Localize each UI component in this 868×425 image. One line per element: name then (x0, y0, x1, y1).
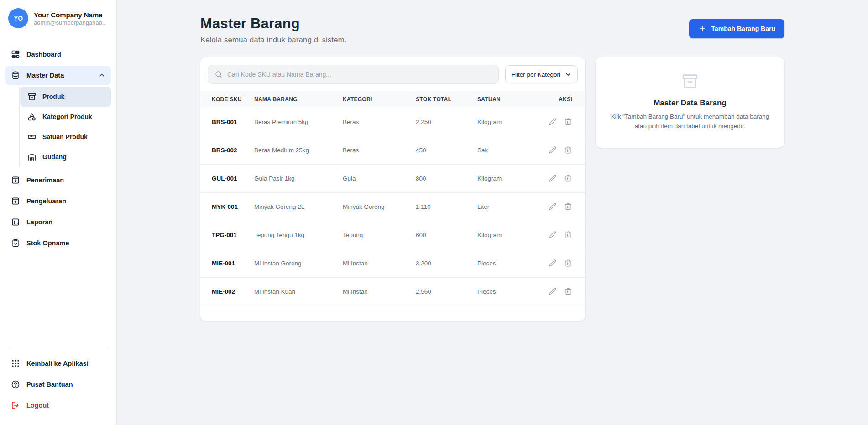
table-toolbar: Filter per Kategori (200, 57, 585, 91)
delete-button[interactable] (564, 118, 572, 126)
avatar: YO (8, 8, 28, 28)
cell-kategori: Beras (343, 108, 416, 136)
sidebar: YO Your Company Name admin@sumberpangana… (0, 0, 117, 425)
sidebar-item-gudang[interactable]: Gudang (20, 147, 111, 167)
column-header-stok-total: STOK TOTAL (416, 91, 477, 108)
table-row[interactable]: BRS-001Beras Premium 5kgBeras2,250Kilogr… (200, 108, 585, 136)
edit-button[interactable] (549, 202, 557, 211)
column-header-aksi: AKSI (531, 91, 585, 108)
sidebar-item-kategori-produk[interactable]: Kategori Produk (20, 107, 111, 127)
sidebar-item-pusat-bantuan[interactable]: Pusat Bantuan (5, 375, 111, 394)
sidebar-item-stok-opname[interactable]: Stok Opname (5, 233, 111, 253)
sidebar-nav: Dashboard Master Data Produk Ka (5, 45, 111, 254)
company-name: Your Company Name (34, 10, 106, 20)
table-footer (200, 306, 585, 321)
clipboard-check-icon (11, 238, 20, 248)
cell-kategori: Mi Instan (343, 277, 416, 306)
plus-icon (698, 25, 706, 33)
sidebar-item-penerimaan[interactable]: Penerimaan (5, 171, 111, 190)
cell-stok-total: 600 (416, 221, 477, 249)
cell-aksi (531, 192, 585, 221)
chevron-down-icon (565, 71, 571, 78)
products-table: KODE SKU NAMA BARANG KATEGORI STOK TOTAL… (200, 91, 585, 306)
edit-button[interactable] (549, 174, 557, 182)
sidebar-item-produk[interactable]: Produk (20, 87, 111, 107)
cell-satuan: Kilogram (477, 108, 531, 136)
cell-kode-sku: TPG-001 (200, 221, 254, 249)
cell-aksi (531, 277, 585, 306)
add-item-button[interactable]: Tambah Barang Baru (689, 19, 784, 38)
info-card: Master Data Barang Klik "Tambah Barang B… (596, 57, 784, 148)
inbox-arrow-down-icon (11, 176, 20, 185)
search-input[interactable] (227, 71, 492, 78)
delete-button[interactable] (564, 231, 572, 239)
edit-button[interactable] (549, 118, 557, 126)
sidebar-item-label: Dashboard (26, 51, 61, 58)
delete-button[interactable] (564, 202, 572, 211)
cell-aksi (531, 136, 585, 164)
sidebar-item-master-data[interactable]: Master Data (5, 66, 111, 85)
inbox-arrow-up-icon (11, 197, 20, 206)
delete-button[interactable] (564, 259, 572, 267)
cell-satuan: Pieces (477, 249, 531, 277)
archive-box-large-icon (609, 72, 771, 90)
table-row[interactable]: MIE-002Mi Instan KuahMi Instan2,560Piece… (200, 277, 585, 306)
edit-button[interactable] (549, 231, 557, 239)
category-filter-select[interactable]: Filter per Kategori (505, 65, 578, 83)
cell-aksi (531, 108, 585, 136)
table-row[interactable]: TPG-001Tepung Terigu 1kgTepung600Kilogra… (200, 221, 585, 249)
sidebar-item-logout[interactable]: Logout (5, 396, 111, 415)
database-icon (11, 71, 20, 80)
cell-nama-barang: Beras Premium 5kg (254, 108, 343, 136)
table-row[interactable]: BRS-002Beras Medium 25kgBeras450Sak (200, 136, 585, 164)
cell-kategori: Tepung (343, 221, 416, 249)
page-header: Master Barang Kelola semua data induk ba… (200, 16, 784, 45)
column-header-kategori: KATEGORI (343, 91, 416, 108)
cell-aksi (531, 164, 585, 192)
delete-button[interactable] (564, 174, 572, 182)
cell-stok-total: 450 (416, 136, 477, 164)
cell-satuan: Pieces (477, 277, 531, 306)
delete-button[interactable] (564, 287, 572, 295)
table-row[interactable]: GUL-001Gula Pasir 1kgGula800Kilogram (200, 164, 585, 192)
cell-stok-total: 800 (416, 164, 477, 192)
table-header-row: KODE SKU NAMA BARANG KATEGORI STOK TOTAL… (200, 91, 585, 108)
add-item-button-label: Tambah Barang Baru (711, 25, 775, 32)
delete-button[interactable] (564, 146, 572, 154)
company-email: admin@sumberpanganab... (34, 19, 106, 26)
sidebar-item-label: Satuan Produk (42, 133, 88, 140)
cell-kode-sku: BRS-002 (200, 136, 254, 164)
ruler-icon (27, 132, 37, 141)
search-icon (214, 70, 223, 78)
cell-kode-sku: MYK-001 (200, 192, 254, 221)
column-header-nama-barang: NAMA BARANG (254, 91, 343, 108)
page-title: Master Barang (200, 16, 346, 32)
cell-stok-total: 2,560 (416, 277, 477, 306)
cell-stok-total: 1,110 (416, 192, 477, 221)
cell-nama-barang: Minyak Goreng 2L (254, 192, 343, 221)
sidebar-item-pengeluaran[interactable]: Pengeluaran (5, 192, 111, 211)
cell-kategori: Mi Instan (343, 249, 416, 277)
column-header-satuan: SATUAN (477, 91, 531, 108)
cell-aksi (531, 249, 585, 277)
cell-stok-total: 3,200 (416, 249, 477, 277)
sidebar-item-label: Kategori Produk (42, 113, 92, 120)
sidebar-item-kembali-ke-aplikasi[interactable]: Kembali ke Aplikasi (5, 354, 111, 373)
sidebar-item-label: Laporan (26, 218, 52, 226)
sidebar-item-laporan[interactable]: Laporan (5, 212, 111, 232)
cell-nama-barang: Gula Pasir 1kg (254, 164, 343, 192)
edit-button[interactable] (549, 259, 557, 267)
edit-button[interactable] (549, 287, 557, 295)
table-row[interactable]: MYK-001Minyak Goreng 2LMinyak Goreng1,11… (200, 192, 585, 221)
sidebar-item-satuan-produk[interactable]: Satuan Produk (20, 127, 111, 147)
table-body: BRS-001Beras Premium 5kgBeras2,250Kilogr… (200, 108, 585, 306)
cell-aksi (531, 221, 585, 249)
table-row[interactable]: MIE-001Mi Instan GorengMi Instan3,200Pie… (200, 249, 585, 277)
edit-button[interactable] (549, 146, 557, 154)
chevron-up-icon (98, 72, 105, 79)
info-card-description: Klik "Tambah Barang Baru" untuk menambah… (609, 112, 771, 131)
cell-nama-barang: Tepung Terigu 1kg (254, 221, 343, 249)
dashboard-icon (11, 50, 20, 59)
warehouse-icon (27, 152, 37, 161)
sidebar-item-dashboard[interactable]: Dashboard (5, 45, 111, 64)
